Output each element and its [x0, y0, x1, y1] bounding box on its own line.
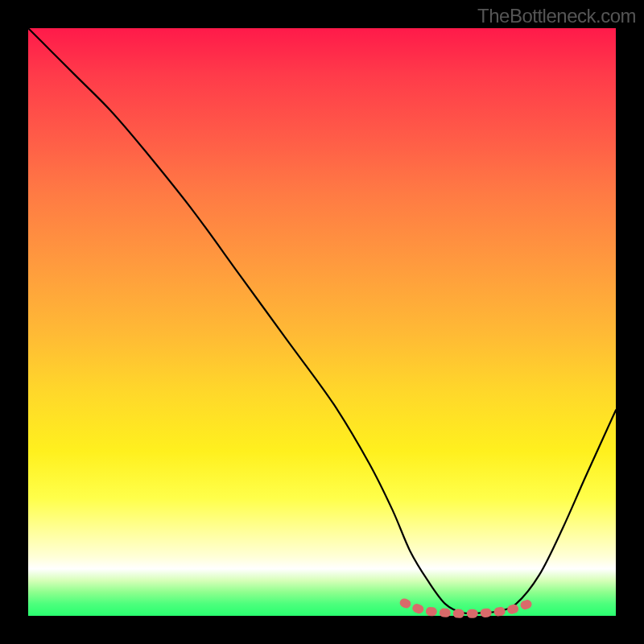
chart-svg	[28, 28, 616, 616]
bottleneck-curve	[28, 28, 616, 613]
optimal-range-marker	[404, 603, 527, 613]
watermark-text: TheBottleneck.com	[477, 5, 636, 27]
chart-frame: TheBottleneck.com	[0, 0, 644, 644]
plot-area	[28, 28, 616, 616]
